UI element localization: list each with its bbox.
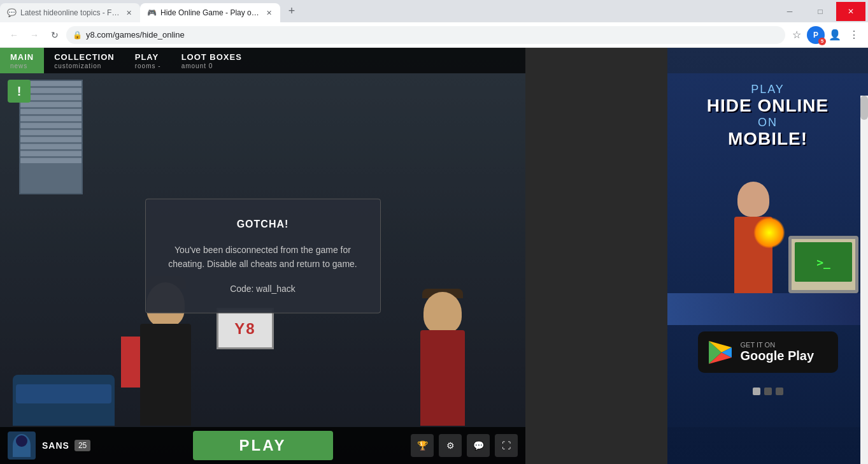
blind-slat-7 — [20, 123, 82, 128]
promo-tablet-scene — [667, 293, 868, 325]
gplay-store-text: Google Play — [741, 349, 815, 363]
explosion-effect — [753, 217, 785, 249]
dot-3[interactable] — [776, 388, 783, 395]
address-text: y8.com/games/hide_online — [86, 30, 779, 40]
gotcha-code: Code: wall_hack — [165, 284, 361, 294]
promo-scene: >_ — [667, 185, 868, 325]
carousel-dots — [667, 388, 868, 395]
window-controls: ─ □ ✕ — [775, 0, 868, 22]
tab-game[interactable]: 🎮 Hide Online Game - Play online ✕ — [140, 3, 280, 22]
lock-icon: 🔒 — [73, 31, 82, 40]
promo-title-area: PLAY HIDE ONLINE ON MOBILE! — [674, 83, 862, 149]
gplay-get-text: GET IT ON — [741, 341, 815, 349]
game-topbar: MAIN news COLLECTION customization PLAY — [0, 48, 525, 73]
promo-on-word: ON — [674, 116, 862, 129]
avatar-silhouette — [13, 434, 31, 457]
fullscreen-icon: ⛶ — [502, 440, 511, 451]
toolbar-right: ☆ P 5 👤 ⋮ — [788, 26, 863, 44]
minimize-button[interactable]: ─ — [775, 2, 804, 21]
profile-badge: 5 — [818, 38, 826, 45]
game-right-panel: PLAY HIDE ONLINE ON MOBILE! >_ — [667, 48, 868, 464]
promo-char-head — [737, 182, 769, 217]
tab-forum-close[interactable]: ✕ — [124, 8, 134, 18]
char1-body — [140, 324, 191, 426]
tab-forum[interactable]: 💬 Latest hideonline topics - Forum ✕ — [0, 3, 140, 22]
profile-button[interactable]: P 5 — [807, 26, 825, 44]
bottom-icons: 🏆 ⚙ 💬 ⛶ — [411, 434, 518, 457]
player-avatar — [8, 431, 36, 460]
address-box[interactable]: 🔒 y8.com/games/hide_online — [66, 26, 785, 44]
google-play-text: GET IT ON Google Play — [741, 341, 815, 363]
blind-slat-8 — [20, 130, 82, 135]
promo-play-word: PLAY — [674, 83, 862, 96]
blind-slat-11 — [20, 151, 82, 156]
game-left-panel: MAIN news COLLECTION customization PLAY — [0, 48, 525, 464]
bookmark-button[interactable]: ☆ — [788, 26, 806, 44]
monitor: >_ — [788, 236, 858, 293]
explosion-circle — [753, 217, 785, 249]
tab-forum-title: Latest hideonline topics - Forum — [20, 8, 120, 17]
google-play-icon — [708, 340, 733, 365]
title-bar: 💬 Latest hideonline topics - Forum ✕ 🎮 H… — [0, 0, 868, 22]
nav-collection[interactable]: COLLECTION customization — [44, 48, 125, 73]
promo-hide-online: HIDE ONLINE — [674, 96, 862, 116]
nav-play-label: PLAY — [135, 52, 161, 62]
exclaim-badge[interactable]: ! — [8, 80, 31, 103]
player-level: 25 — [75, 440, 90, 451]
gear-icon: ⚙ — [446, 440, 455, 451]
chat-button[interactable]: 💬 — [467, 434, 490, 457]
gotcha-body: You've been disconnected from the game f… — [165, 242, 361, 271]
dot-1[interactable] — [753, 388, 760, 395]
maximize-button[interactable]: □ — [806, 2, 835, 21]
blind-slat-4 — [20, 102, 82, 107]
nav-loot[interactable]: LOOT BOXES amount 0 — [171, 48, 252, 73]
play-button[interactable]: PLAY — [193, 431, 333, 460]
tab-game-title: Hide Online Game - Play online — [160, 8, 260, 17]
tab-forum-favicon: 💬 — [6, 8, 17, 18]
chat-icon: 💬 — [473, 440, 484, 451]
nav-play-sub: rooms - — [135, 62, 161, 69]
game-bottombar: SANS 25 PLAY 🏆 ⚙ 💬 — [0, 427, 525, 464]
tab-game-favicon: 🎮 — [146, 8, 157, 18]
new-tab-button[interactable]: + — [283, 3, 301, 20]
monitor-screen: >_ — [795, 242, 852, 282]
blind-slat-9 — [20, 137, 82, 142]
nav-loot-sub: amount 0 — [181, 62, 242, 69]
tab-game-close[interactable]: ✕ — [264, 8, 274, 18]
gotcha-modal: GOTCHA! You've been disconnected from th… — [145, 198, 381, 314]
close-button[interactable]: ✕ — [836, 2, 865, 21]
blind-slat-6 — [20, 116, 82, 121]
y8-sign: Y8 — [217, 308, 274, 349]
address-bar-row: ← → ↻ 🔒 y8.com/games/hide_online ☆ P 5 👤… — [0, 22, 868, 48]
back-button[interactable]: ← — [5, 26, 23, 44]
dot-2[interactable] — [764, 388, 772, 395]
tab-strip: 💬 Latest hideonline topics - Forum ✕ 🎮 H… — [0, 0, 775, 22]
character-2 — [411, 286, 474, 426]
couch — [13, 375, 115, 426]
nav-collection-sub: customization — [54, 62, 115, 69]
trophy-icon: 🏆 — [417, 440, 428, 451]
forward-button[interactable]: → — [25, 26, 43, 44]
nav-main-label: MAIN — [10, 52, 34, 62]
nav-main[interactable]: MAIN news — [0, 48, 44, 73]
chrome-frame: 💬 Latest hideonline topics - Forum ✕ 🎮 H… — [0, 0, 868, 464]
content-area: MAIN news COLLECTION customization PLAY — [0, 48, 868, 464]
google-play-button[interactable]: GET IT ON Google Play — [698, 331, 838, 373]
reload-button[interactable]: ↻ — [46, 26, 64, 44]
settings-button[interactable]: ⚙ — [439, 434, 462, 457]
blind-slat-5 — [20, 109, 82, 114]
nav-collection-label: COLLECTION — [54, 52, 115, 62]
blind-slat-10 — [20, 144, 82, 149]
player-name: SANS — [42, 440, 69, 451]
gotcha-title: GOTCHA! — [165, 218, 361, 229]
nav-loot-label: LOOT BOXES — [181, 52, 242, 62]
char2-head — [423, 292, 462, 333]
trophy-button[interactable]: 🏆 — [411, 434, 434, 457]
nav-play[interactable]: PLAY rooms - — [125, 48, 171, 73]
fullscreen-button[interactable]: ⛶ — [495, 434, 518, 457]
blind-slat-12 — [20, 158, 82, 163]
user-icon[interactable]: 👤 — [826, 26, 844, 44]
game-container: MAIN news COLLECTION customization PLAY — [0, 48, 868, 464]
browser-scrollbar[interactable] — [860, 96, 868, 464]
menu-button[interactable]: ⋮ — [845, 26, 863, 44]
